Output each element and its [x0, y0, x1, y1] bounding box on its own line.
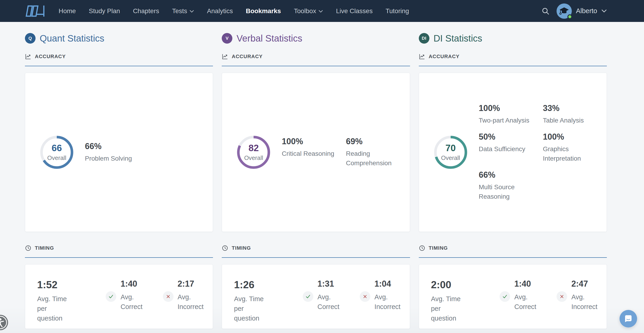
check-icon [106, 291, 116, 302]
accuracy-heading: ACCURACY [419, 53, 607, 66]
accuracy-stat: 100% Two-part Analysis [479, 104, 543, 125]
overall-score: 66 [52, 143, 62, 152]
timing-heading: TIMING [25, 245, 213, 258]
main-nav: Home Study Plan Chapters Tests Analytics… [58, 8, 409, 15]
nav-item[interactable]: Bookmarks [246, 8, 281, 15]
clock-icon [222, 245, 228, 251]
stat-value: 50% [479, 132, 543, 142]
avg-time-stat: 2:00 Avg. Time per question [431, 280, 470, 323]
clock-icon [419, 245, 425, 251]
overall-score: 70 [445, 143, 456, 152]
nav-item[interactable]: Study Plan [89, 8, 120, 15]
accuracy-heading: ACCURACY [25, 53, 213, 66]
chevron-down-icon [318, 10, 323, 13]
stat-label: Graphics Interpretation [543, 144, 606, 163]
user-name: Alberto [576, 7, 597, 15]
chart-line-icon [222, 53, 228, 60]
search-button[interactable] [541, 7, 550, 15]
stat-value: 33% [543, 104, 606, 113]
x-icon [360, 291, 370, 302]
stat-label: Problem Solving [85, 154, 149, 164]
nav-item[interactable]: Home [58, 8, 76, 15]
graduation-cap-icon [559, 6, 570, 16]
avg-correct-stat: 1:40 Avg. Correct [500, 280, 536, 312]
chat-bubble-icon [624, 314, 633, 323]
timing-heading: TIMING [222, 245, 410, 258]
nav-item[interactable]: Chapters [133, 8, 159, 15]
overall-label: Overall [441, 154, 460, 162]
verbal-badge: V [222, 33, 232, 44]
avg-time-stat: 1:52 Avg. Time per question [37, 280, 76, 323]
stat-value: 66% [85, 142, 149, 151]
x-icon [163, 291, 174, 302]
di-statistics-column: DI DI Statistics ACCURACY 70 Overall [419, 33, 607, 329]
stat-value: 100% [543, 132, 606, 142]
overall-accuracy-donut: 82 Overall [236, 135, 271, 170]
quant-badge: Q [25, 33, 36, 44]
stat-value: 100% [479, 104, 543, 113]
overall-accuracy-donut: 66 Overall [40, 135, 74, 170]
ttp-logo-icon [25, 5, 45, 17]
check-icon [303, 291, 313, 302]
accuracy-card: 82 Overall 100% Critical Reasoning 69% R… [222, 73, 410, 232]
accuracy-stat: 33% Table Analysis [543, 104, 606, 125]
timing-card: 2:00 Avg. Time per question 1:40 Avg. Co… [419, 264, 607, 329]
accessibility-button[interactable] [0, 315, 8, 330]
overall-accuracy-donut: 70 Overall [433, 135, 468, 170]
nav-item[interactable]: Tests [172, 8, 194, 15]
top-navbar: Home Study Plan Chapters Tests Analytics… [0, 0, 644, 22]
accuracy-card: 66 Overall 66% Problem Solving [25, 73, 213, 232]
chevron-down-icon [190, 10, 194, 13]
stat-label: Multi Source Reasoning [479, 182, 543, 201]
statistics-dashboard: Q Quant Statistics ACCURACY 66 Overall [25, 22, 607, 329]
accuracy-stat: 69% Reading Comprehension [346, 136, 392, 168]
section-title-text: DI Statistics [434, 33, 482, 44]
section-title-text: Verbal Statistics [236, 33, 302, 44]
timing-card: 1:26 Avg. Time per question 1:31 Avg. Co… [222, 264, 410, 329]
nav-item[interactable]: Tutoring [386, 8, 409, 15]
check-icon [500, 291, 510, 302]
chart-line-icon [419, 53, 425, 60]
verbal-statistics-column: V Verbal Statistics ACCURACY 82 Overall [222, 33, 410, 329]
nav-item[interactable]: Live Classes [336, 8, 373, 15]
accuracy-heading: ACCURACY [222, 53, 410, 66]
stat-label: Two-part Analysis [479, 116, 543, 125]
overall-label: Overall [244, 154, 263, 162]
section-title-text: Quant Statistics [40, 33, 104, 44]
online-status-dot [568, 14, 572, 19]
timing-card: 1:52 Avg. Time per question 1:40 Avg. Co… [25, 264, 213, 329]
avg-incorrect-stat: 2:17 Avg. Incorrect [163, 280, 204, 312]
accuracy-stat: 66% Multi Source Reasoning [479, 170, 543, 201]
timing-heading: TIMING [419, 245, 607, 258]
x-icon [556, 291, 567, 302]
di-badge: DI [419, 33, 430, 44]
verbal-section-title: V Verbal Statistics [222, 33, 410, 44]
stat-label: Data Sufficiency [479, 144, 543, 154]
stat-value: 66% [479, 170, 543, 180]
avg-incorrect-stat: 2:47 Avg. Incorrect [556, 280, 598, 312]
accuracy-stats: 100% Critical Reasoning 69% Reading Comp… [282, 136, 392, 168]
avg-correct-stat: 1:31 Avg. Correct [303, 280, 340, 312]
nav-item[interactable]: Analytics [207, 8, 233, 15]
avatar [556, 4, 572, 19]
stat-value: 100% [282, 136, 346, 146]
chat-button[interactable] [620, 310, 637, 328]
accuracy-stat: 100% Critical Reasoning [282, 136, 346, 158]
accuracy-stats: 100% Two-part Analysis 33% Table Analysi… [479, 104, 606, 202]
stat-value: 69% [346, 136, 392, 146]
user-menu[interactable]: Alberto [556, 4, 607, 19]
accuracy-stat: 100% Graphics Interpretation [543, 132, 606, 163]
avg-time-stat: 1:26 Avg. Time per question [234, 280, 273, 323]
avg-incorrect-stat: 1:04 Avg. Incorrect [360, 280, 400, 312]
accuracy-stat: 66% Problem Solving [85, 142, 149, 164]
di-section-title: DI DI Statistics [419, 33, 607, 44]
stat-label: Table Analysis [543, 116, 606, 125]
ttp-logo[interactable] [25, 5, 45, 17]
nav-item[interactable]: Toolbox [294, 8, 323, 15]
overall-label: Overall [47, 154, 66, 162]
overall-score: 82 [248, 143, 259, 152]
chevron-down-icon [601, 9, 607, 13]
accuracy-stat: 50% Data Sufficiency [479, 132, 543, 154]
avg-correct-stat: 1:40 Avg. Correct [106, 280, 142, 312]
stat-label: Reading Comprehension [346, 149, 392, 168]
